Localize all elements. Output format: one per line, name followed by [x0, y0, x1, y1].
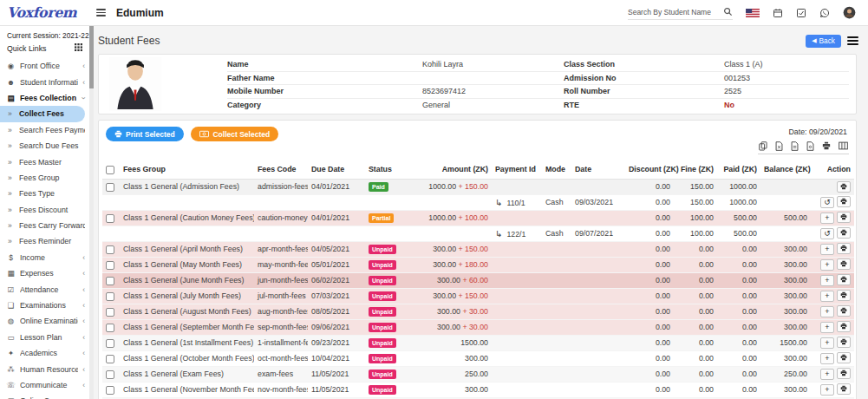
- export-excel-button[interactable]: [775, 141, 783, 151]
- add-payment-button[interactable]: +: [820, 259, 834, 271]
- sidebar-item-fees-master[interactable]: »Fees Master: [0, 154, 89, 169]
- print-row-button[interactable]: [837, 196, 851, 207]
- search-icon[interactable]: [723, 7, 733, 16]
- row-checkbox[interactable]: [106, 324, 114, 332]
- date-cell: [571, 288, 625, 304]
- date-cell: [571, 350, 625, 366]
- print-row-button[interactable]: [837, 274, 851, 285]
- sidebar-item-fees-collection[interactable]: ▤Fees Collection‹: [0, 90, 89, 106]
- quick-links-grid-icon[interactable]: [75, 43, 82, 53]
- sidebar-item-lesson-plan[interactable]: ▭Lesson Plan‹: [0, 330, 89, 345]
- sidebar-item-fees-carry-forward[interactable]: »Fees Carry Forward: [0, 218, 89, 233]
- sidebar-item-online-examinations[interactable]: ◍Online Examinations‹: [0, 313, 89, 329]
- export-columns-button[interactable]: [839, 141, 848, 151]
- sidebar-item-fees-reminder[interactable]: »Fees Reminder: [0, 233, 89, 249]
- print-row-button[interactable]: [837, 337, 851, 348]
- add-payment-button[interactable]: +: [820, 291, 834, 302]
- row-checkbox[interactable]: [106, 355, 114, 363]
- add-payment-button[interactable]: +: [820, 306, 834, 317]
- sidebar-item-attendance[interactable]: ☑Attendance‹: [0, 281, 89, 297]
- select-all-checkbox[interactable]: [106, 166, 114, 174]
- print-row-button[interactable]: [837, 212, 851, 223]
- add-payment-button[interactable]: +: [820, 275, 834, 286]
- chevron-left-icon: ‹: [82, 333, 85, 342]
- export-pdf-button[interactable]: [806, 141, 814, 151]
- due-date-cell: 10/04/2021: [308, 350, 365, 366]
- sidebar-toggle-icon[interactable]: [96, 9, 106, 16]
- add-payment-button[interactable]: +: [820, 337, 834, 349]
- quick-links[interactable]: Quick Links: [0, 41, 89, 55]
- sidebar-item-student-information[interactable]: ☻Student Information‹: [0, 74, 89, 89]
- balance-cell: 300.00: [760, 319, 811, 335]
- profile-avatar-icon[interactable]: [843, 6, 856, 19]
- sidebar-item-examinations[interactable]: ❑Examinations‹: [0, 298, 89, 313]
- due-date-cell: 11/05/2021: [308, 382, 365, 397]
- balance-cell: 300.00: [760, 350, 811, 366]
- row-checkbox[interactable]: [106, 386, 114, 395]
- row-select-cell: [102, 179, 120, 194]
- row-checkbox[interactable]: [106, 370, 114, 379]
- sidebar-item-search-due-fees[interactable]: »Search Due Fees: [0, 138, 89, 154]
- add-payment-button[interactable]: +: [820, 244, 834, 255]
- add-payment-button[interactable]: +: [820, 369, 834, 380]
- us-flag-icon[interactable]: [746, 9, 760, 17]
- sidebar-item-fees-discount[interactable]: »Fees Discount: [0, 202, 89, 218]
- print-row-button[interactable]: [837, 383, 851, 395]
- print-selected-button[interactable]: Print Selected: [106, 127, 184, 141]
- online-examinations-icon: ◍: [6, 317, 16, 325]
- row-checkbox[interactable]: [106, 261, 114, 270]
- balance-cell: 300.00: [760, 304, 811, 319]
- task-check-icon[interactable]: [796, 8, 806, 18]
- print-row-button[interactable]: [837, 181, 851, 193]
- admission-no-label: Admission No: [564, 72, 724, 86]
- row-checkbox[interactable]: [106, 245, 114, 254]
- sidebar-item-online-course[interactable]: ▣Online Course‹: [0, 393, 89, 399]
- add-payment-button[interactable]: +: [820, 384, 834, 396]
- export-toolbar: [758, 141, 849, 154]
- export-csv-button[interactable]: [791, 141, 799, 151]
- sidebar-item-human-resource[interactable]: ⁂Human Resource‹: [0, 361, 89, 376]
- sidebar-item-fees-group[interactable]: »Fees Group: [0, 170, 89, 186]
- sidebar-item-search-fees-payment[interactable]: »Search Fees Payment: [0, 122, 89, 138]
- export-print-button[interactable]: [822, 141, 831, 151]
- add-payment-button[interactable]: +: [820, 353, 834, 364]
- back-button[interactable]: ◀ Back: [806, 35, 841, 48]
- add-payment-button[interactable]: +: [820, 213, 834, 224]
- export-copy-button[interactable]: [759, 141, 767, 151]
- print-row-button[interactable]: [837, 243, 851, 254]
- student-search: [628, 5, 733, 20]
- row-checkbox[interactable]: [106, 277, 114, 285]
- revert-payment-button[interactable]: ↺: [820, 197, 834, 208]
- print-row-button[interactable]: [837, 290, 851, 301]
- mode-cell: [542, 335, 571, 350]
- sidebar-item-fees-type[interactable]: »Fees Type: [0, 186, 89, 201]
- fees-group-cell: Class 1 General (April Month Fees): [120, 241, 254, 257]
- sidebar-item-collect-fees[interactable]: »Collect Fees: [0, 106, 85, 121]
- sidebar-scrollbar[interactable]: [89, 26, 94, 399]
- print-row-button[interactable]: [837, 258, 851, 270]
- print-row-button[interactable]: [837, 227, 851, 239]
- collect-selected-button[interactable]: Collect Selected: [191, 127, 278, 141]
- sidebar-item-expenses[interactable]: ▦Expenses‹: [0, 265, 89, 281]
- row-checkbox[interactable]: [106, 308, 114, 317]
- add-payment-button[interactable]: +: [820, 322, 834, 333]
- sidebar-item-front-office[interactable]: ◉Front Office‹: [0, 58, 89, 74]
- row-checkbox[interactable]: [106, 292, 114, 301]
- row-checkbox[interactable]: [106, 183, 114, 192]
- search-input[interactable]: [628, 8, 716, 16]
- calendar-icon[interactable]: [773, 8, 783, 18]
- sidebar-item-income[interactable]: $Income‹: [0, 250, 89, 265]
- discount-cell: 0.00: [625, 382, 674, 397]
- sidebar-item-academics[interactable]: ✦Academics‹: [0, 345, 89, 361]
- settings-panel-icon[interactable]: [847, 36, 857, 45]
- print-row-button[interactable]: [837, 305, 851, 317]
- row-checkbox[interactable]: [106, 339, 114, 348]
- revert-payment-button[interactable]: ↺: [820, 228, 834, 239]
- sidebar-item-communicate[interactable]: ☏Communicate‹: [0, 377, 89, 393]
- print-row-button[interactable]: [837, 321, 851, 332]
- row-checkbox[interactable]: [106, 214, 114, 223]
- whatsapp-icon[interactable]: [819, 8, 830, 18]
- print-row-button[interactable]: [837, 368, 851, 379]
- due-date-cell: 08/05/2021: [308, 304, 365, 319]
- print-row-button[interactable]: [837, 352, 851, 363]
